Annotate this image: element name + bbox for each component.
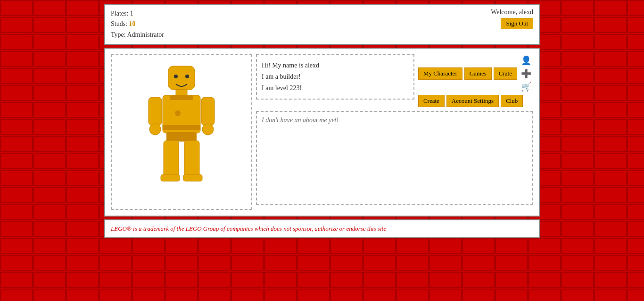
profile-text-box: Hi! My name is alexd I am a builder! I a… <box>256 54 414 99</box>
type-label: Type: <box>111 31 126 38</box>
profile-top: Hi! My name is alexd I am a builder! I a… <box>256 54 533 107</box>
about-box: I don't have an about me yet! <box>256 111 533 205</box>
plates-label: Plates: <box>111 10 128 17</box>
header-right: Welcome, alexd Sign Out <box>491 8 533 29</box>
character-section <box>111 54 252 210</box>
profile-section: Hi! My name is alexd I am a builder! I a… <box>256 54 533 205</box>
svg-rect-14 <box>149 97 162 125</box>
svg-rect-21 <box>184 141 199 178</box>
about-text: I don't have an about me yet! <box>262 117 339 124</box>
welcome-message: Welcome, alexd <box>491 8 533 16</box>
svg-rect-19 <box>164 141 179 178</box>
type-value: Administrator <box>127 31 164 38</box>
buttons-row-2: Create Account Settings Club <box>418 95 523 107</box>
games-button[interactable]: Games <box>464 67 492 80</box>
studs-label: Studs: <box>111 20 127 27</box>
svg-rect-18 <box>166 132 197 142</box>
icon-column: 👤 ➕ 🛒 <box>519 54 533 93</box>
my-character-button[interactable]: My Character <box>418 67 462 80</box>
footer-box: LEGO® is a trademark of the LEGO Group o… <box>104 219 540 238</box>
type-info: Type: Administrator <box>111 30 164 40</box>
svg-rect-12 <box>163 125 200 130</box>
greeting-line3: I am level 223! <box>262 83 409 94</box>
sign-out-button[interactable]: Sign Out <box>501 18 533 29</box>
header-box: Plates: 1 Studs: 10 Type: Administrator … <box>104 4 540 45</box>
svg-point-7 <box>174 75 178 78</box>
content-box: Hi! My name is alexd I am a builder! I a… <box>104 48 540 217</box>
greeting-line2: I am a builder! <box>262 71 409 83</box>
svg-point-8 <box>185 75 189 78</box>
plates-value: 1 <box>130 10 133 17</box>
account-settings-button[interactable]: Account Settings <box>446 95 499 107</box>
footer-text: LEGO® is a trademark of the LEGO Group o… <box>111 225 533 233</box>
club-button[interactable]: Club <box>501 95 523 107</box>
svg-point-17 <box>202 124 214 135</box>
plates-info: Plates: 1 <box>111 8 164 19</box>
buttons-area: My Character Games Crate 👤 ➕ 🛒 Create <box>418 54 533 107</box>
svg-point-15 <box>149 124 161 135</box>
greeting-line1: Hi! My name is alexd <box>262 60 409 71</box>
cart-icon[interactable]: 🛒 <box>521 82 531 92</box>
create-button[interactable]: Create <box>418 95 445 107</box>
svg-point-13 <box>175 110 181 116</box>
svg-rect-16 <box>201 97 215 125</box>
person-icon[interactable]: 👤 <box>521 55 531 66</box>
svg-rect-22 <box>183 175 202 181</box>
studs-value: 10 <box>129 20 136 27</box>
buttons-row-1: My Character Games Crate 👤 ➕ 🛒 <box>418 54 533 93</box>
add-person-icon[interactable]: ➕ <box>521 68 531 79</box>
header-stats: Plates: 1 Studs: 10 Type: Administrator <box>111 8 164 40</box>
svg-rect-11 <box>170 95 193 100</box>
lego-figure <box>144 61 219 203</box>
svg-rect-20 <box>161 175 180 181</box>
crate-button[interactable]: Crate <box>494 67 517 80</box>
studs-info: Studs: 10 <box>111 19 164 29</box>
svg-rect-9 <box>176 90 187 95</box>
